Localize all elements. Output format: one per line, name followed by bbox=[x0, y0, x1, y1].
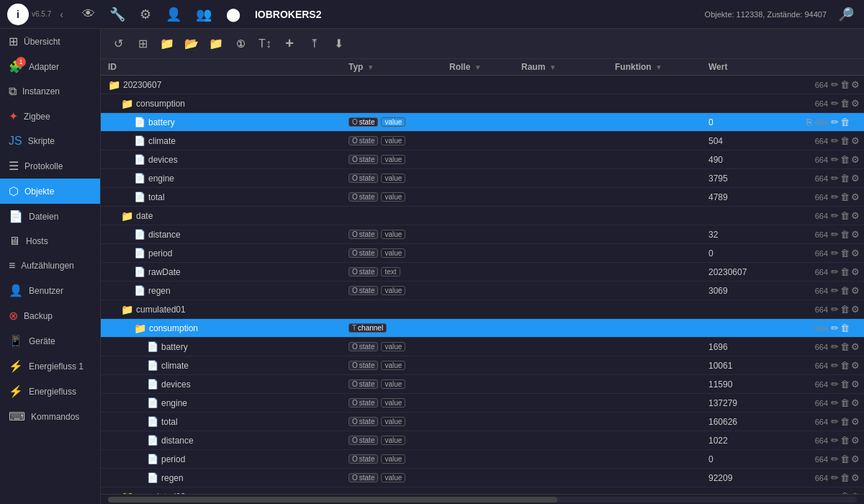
table-row[interactable]: 📄 total O statevalue 160626 664 ✏ 🗑 ⚙ bbox=[101, 413, 864, 431]
sidebar-item-objekte[interactable]: ⬡ Objekte bbox=[0, 179, 100, 204]
edit-icon[interactable]: ✏ bbox=[831, 491, 839, 494]
settings-action-icon[interactable]: ⚙ bbox=[851, 304, 860, 315]
edit-icon[interactable]: ✏ bbox=[831, 360, 839, 371]
user-green-icon[interactable]: 👤 bbox=[163, 6, 184, 22]
settings-action-icon[interactable]: ⚙ bbox=[851, 229, 860, 240]
edit-icon[interactable]: ✏ bbox=[831, 117, 839, 127]
table-row[interactable]: 📄 rawDate O statetext 20230607 664 ✏ 🗑 ⚙ bbox=[101, 263, 864, 282]
funktion-filter-icon[interactable]: ▼ bbox=[655, 63, 662, 71]
delete-icon[interactable]: 🗑 bbox=[840, 285, 850, 296]
delete-icon[interactable]: 🗑 bbox=[840, 491, 850, 494]
edit-icon[interactable]: ✏ bbox=[831, 304, 839, 315]
edit-icon[interactable]: ✏ bbox=[831, 248, 839, 258]
table-row[interactable]: 📄 regen O statevalue 3069 664 ✏ 🗑 ⚙ bbox=[101, 282, 864, 300]
settings-action-icon[interactable]: ⚙ bbox=[851, 454, 860, 464]
edit-icon[interactable]: ✏ bbox=[831, 454, 839, 464]
table-row[interactable]: 📄 climate O statevalue 504 664 ✏ 🗑 ⚙ bbox=[101, 132, 864, 150]
raum-filter-icon[interactable]: ▼ bbox=[549, 63, 557, 71]
delete-icon[interactable]: 🗑 bbox=[840, 379, 850, 390]
settings-action-icon[interactable]: ⚙ bbox=[851, 491, 860, 494]
settings-action-icon[interactable]: ⚙ bbox=[851, 341, 860, 352]
sidebar-item-dateien[interactable]: 📄 Dateien bbox=[0, 204, 100, 229]
edit-icon[interactable]: ✏ bbox=[831, 135, 839, 146]
sidebar-item-instanzen[interactable]: ⧉ Instanzen bbox=[0, 79, 100, 104]
edit-icon[interactable]: ✏ bbox=[831, 173, 839, 184]
settings-action-icon[interactable]: ⚙ bbox=[851, 173, 860, 184]
settings-action-icon[interactable]: ⚙ bbox=[851, 397, 860, 408]
settings-action-icon[interactable]: ⚙ bbox=[851, 416, 860, 427]
table-row[interactable]: 📄 devices O statevalue 490 664 ✏ 🗑 ⚙ bbox=[101, 150, 864, 169]
settings-action-icon[interactable]: ⚙ bbox=[851, 79, 860, 90]
edit-icon[interactable]: ✏ bbox=[831, 416, 839, 427]
delete-icon[interactable]: 🗑 bbox=[840, 323, 850, 333]
table-row[interactable]: 📄 devices O statevalue 11590 664 ✏ 🗑 ⚙ bbox=[101, 375, 864, 394]
delete-icon[interactable]: 🗑 bbox=[840, 341, 850, 352]
table-row[interactable]: 📁 date 664 ✏ 🗑 ⚙ bbox=[101, 207, 864, 225]
edit-icon[interactable]: ✏ bbox=[831, 229, 839, 240]
delete-icon[interactable]: 🗑 bbox=[840, 135, 850, 146]
edit-icon[interactable]: ✏ bbox=[831, 285, 839, 296]
settings-action-icon[interactable]: ⚙ bbox=[851, 266, 860, 277]
badge-button[interactable]: ① bbox=[230, 34, 251, 54]
sidebar-item-energiefluss[interactable]: ⚡ Energiefluss bbox=[0, 379, 100, 404]
sidebar-item-benutzer[interactable]: 👤 Benutzer bbox=[0, 278, 100, 303]
eye-icon[interactable]: 👁 bbox=[79, 6, 98, 22]
delete-icon[interactable]: 🗑 bbox=[840, 248, 850, 258]
table-row[interactable]: 📁 cumulated01 664 ✏ 🗑 ⚙ bbox=[101, 300, 864, 319]
edit-icon[interactable]: ✏ bbox=[831, 210, 839, 221]
sidebar-item-energiefluss1[interactable]: ⚡ Energiefluss 1 bbox=[0, 354, 100, 379]
sidebar-item-hosts[interactable]: 🖥 Hosts bbox=[0, 229, 100, 253]
table-row[interactable]: 📁 consumption 664 ✏ 🗑 ⚙ bbox=[101, 94, 864, 113]
settings-icon[interactable]: ⚙ bbox=[137, 6, 154, 22]
delete-icon[interactable]: 🗑 bbox=[840, 472, 850, 483]
table-body[interactable]: 📁 20230607 664 ✏ 🗑 ⚙ 📁 consumption 664 ✏ bbox=[101, 76, 864, 494]
delete-icon[interactable]: 🗑 bbox=[840, 266, 850, 277]
sidebar-item-kommandos[interactable]: ⌨ Kommandos bbox=[0, 404, 100, 429]
delete-icon[interactable]: 🗑 bbox=[840, 173, 850, 184]
users-icon[interactable]: 👥 bbox=[193, 6, 215, 22]
sidebar-item-skripte[interactable]: JS Skripte bbox=[0, 129, 100, 153]
table-row[interactable]: 📁 20230607 664 ✏ 🗑 ⚙ bbox=[101, 76, 864, 94]
table-row[interactable]: 📄 period O statevalue 0 664 ✏ 🗑 ⚙ bbox=[101, 244, 864, 263]
settings-action-icon[interactable]: ⚙ bbox=[851, 435, 860, 446]
sidebar-item-backup[interactable]: ⊗ Backup bbox=[0, 303, 100, 328]
sidebar-item-geraete[interactable]: 📱 Geräte bbox=[0, 328, 100, 354]
table-row[interactable]: 📁 consumption T channel 664 ✏ 🗑 ⚙ bbox=[101, 319, 864, 338]
sidebar-item-uebersicht[interactable]: ⊞ Übersicht bbox=[0, 29, 100, 54]
edit-icon[interactable]: ✏ bbox=[831, 472, 839, 483]
edit-icon[interactable]: ✏ bbox=[831, 266, 839, 277]
delete-icon[interactable]: 🗑 bbox=[840, 98, 850, 109]
settings-action-icon[interactable]: ⚙ bbox=[851, 135, 860, 146]
settings-action-icon[interactable]: ⚙ bbox=[851, 98, 860, 109]
delete-icon[interactable]: 🗑 bbox=[840, 210, 850, 221]
edit-icon[interactable]: ✏ bbox=[831, 79, 839, 90]
sidebar-item-aufzaehlungen[interactable]: ≡ Aufzählungen bbox=[0, 253, 100, 278]
collapse-sidebar-button[interactable]: ‹ bbox=[60, 9, 63, 20]
edit-icon[interactable]: ✏ bbox=[831, 323, 839, 333]
add-button[interactable]: + bbox=[279, 34, 300, 54]
delete-icon[interactable]: 🗑 bbox=[840, 360, 850, 371]
delete-icon[interactable]: 🗑 bbox=[840, 435, 850, 446]
edit-icon[interactable]: ✏ bbox=[831, 154, 839, 165]
sidebar-item-protokolle[interactable]: ☰ Protokolle bbox=[0, 153, 100, 179]
delete-icon[interactable]: 🗑 bbox=[840, 154, 850, 165]
folder2-button[interactable]: 📁 bbox=[206, 34, 226, 54]
folder-open-button[interactable]: 📂 bbox=[181, 34, 202, 54]
grid-view-button[interactable]: ⊞ bbox=[132, 34, 153, 54]
settings-action-icon[interactable]: ⚙ bbox=[851, 472, 860, 483]
edit-icon[interactable]: ✏ bbox=[831, 98, 839, 109]
refresh-button[interactable]: ↺ bbox=[108, 34, 128, 54]
settings-action-icon[interactable]: ⚙ bbox=[851, 117, 860, 127]
typ-filter-icon[interactable]: ▼ bbox=[367, 63, 374, 71]
settings-action-icon[interactable]: ⚙ bbox=[851, 210, 860, 221]
settings-action-icon[interactable]: ⚙ bbox=[851, 285, 860, 296]
settings-action-icon[interactable]: ⚙ bbox=[851, 360, 860, 371]
import-button[interactable]: ⬇ bbox=[328, 34, 348, 54]
edit-icon[interactable]: ✏ bbox=[831, 192, 839, 202]
settings-action-icon[interactable]: ⚙ bbox=[851, 323, 860, 333]
edit-icon[interactable]: ✏ bbox=[831, 341, 839, 352]
edit-icon[interactable]: ✏ bbox=[831, 379, 839, 390]
rolle-filter-icon[interactable]: ▼ bbox=[474, 63, 482, 71]
settings-action-icon[interactable]: ⚙ bbox=[851, 192, 860, 202]
delete-icon[interactable]: 🗑 bbox=[840, 416, 850, 427]
